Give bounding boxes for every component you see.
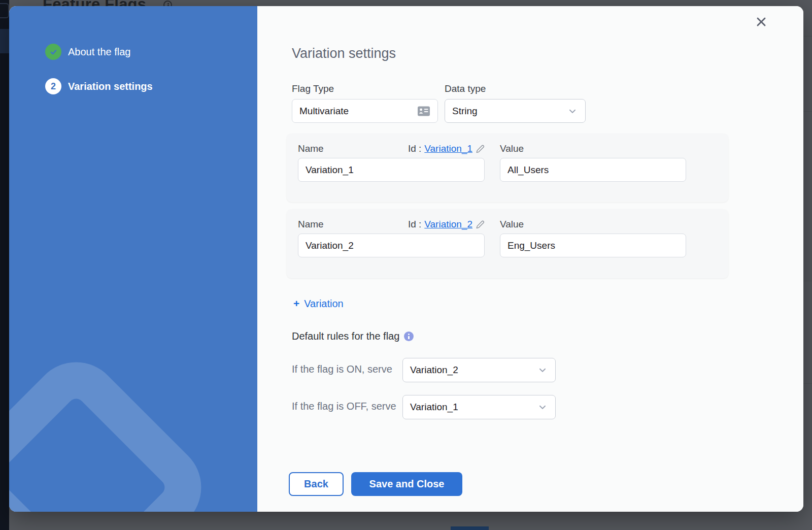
variation-name-input[interactable] xyxy=(298,234,485,257)
chevron-down-icon xyxy=(537,365,548,376)
check-icon xyxy=(49,48,58,56)
default-rules-label: Default rules for the flag xyxy=(292,330,399,342)
close-icon xyxy=(755,15,768,28)
data-type-label: Data type xyxy=(445,83,486,94)
wizard-sidebar: About the flag 2 Variation settings xyxy=(9,6,257,512)
edit-pencil-icon[interactable] xyxy=(476,144,485,153)
divider xyxy=(803,111,812,112)
variation-id: Id : Variation_1 xyxy=(408,143,485,154)
step-label: Variation settings xyxy=(68,78,153,94)
app-sidebar-dimmed xyxy=(0,0,9,530)
flag-type-field[interactable]: Multivariate xyxy=(292,99,438,123)
edit-pencil-icon[interactable] xyxy=(476,220,485,229)
step-complete-badge xyxy=(45,44,61,60)
variation-value-input[interactable] xyxy=(500,158,686,182)
save-and-close-button[interactable]: Save and Close xyxy=(351,472,462,496)
id-prefix: Id : xyxy=(408,143,421,154)
info-icon[interactable] xyxy=(404,332,414,341)
variation-settings-panel: Variation settings Flag Type Data type M… xyxy=(257,6,803,512)
default-rules-heading: Default rules for the flag xyxy=(292,330,414,342)
app-logo-outline xyxy=(0,3,9,18)
back-button[interactable]: Back xyxy=(289,472,344,496)
off-rule-select[interactable]: Variation_1 xyxy=(402,395,556,419)
data-type-select[interactable]: String xyxy=(445,99,586,123)
id-prefix: Id : xyxy=(408,219,421,230)
on-rule-label: If the flag is ON, serve xyxy=(292,362,399,376)
divider xyxy=(803,281,812,281)
on-rule-value: Variation_2 xyxy=(410,365,458,376)
id-card-icon xyxy=(417,106,430,117)
plus-icon: + xyxy=(293,297,299,310)
create-flag-modal: About the flag 2 Variation settings Vari… xyxy=(9,6,803,512)
variation-id-link[interactable]: Variation_2 xyxy=(424,219,472,230)
step-number-badge: 2 xyxy=(45,78,61,94)
panel-title: Variation settings xyxy=(292,46,396,61)
flag-type-label: Flag Type xyxy=(292,83,334,94)
variation-name-input[interactable] xyxy=(298,158,485,182)
step-label: About the flag xyxy=(68,44,130,60)
add-variation-label: Variation xyxy=(304,298,343,310)
variation-card: Name Id : Variation_1 Value xyxy=(287,134,728,202)
off-rule-value: Variation_1 xyxy=(410,402,458,413)
brand-watermark xyxy=(9,344,220,512)
dimmed-content-right xyxy=(803,0,812,530)
dimmed-content-bottom xyxy=(9,512,812,530)
data-type-value: String xyxy=(452,106,478,117)
step-variation-settings[interactable]: 2 Variation settings xyxy=(45,78,153,94)
divider xyxy=(803,36,812,37)
sidebar-selected-item xyxy=(0,29,9,53)
variation-card: Name Id : Variation_2 Value xyxy=(287,209,728,278)
variation-value-input[interactable] xyxy=(500,234,686,257)
flag-type-value: Multivariate xyxy=(299,106,349,117)
variation-id: Id : Variation_2 xyxy=(408,219,485,230)
value-label: Value xyxy=(500,143,524,154)
chevron-down-icon xyxy=(567,106,578,117)
close-button[interactable] xyxy=(754,14,769,29)
add-variation-button[interactable]: + Variation xyxy=(293,297,344,310)
step-about-the-flag[interactable]: About the flag xyxy=(45,44,130,60)
divider xyxy=(803,383,812,384)
value-label: Value xyxy=(500,219,524,230)
off-rule-label: If the flag is OFF, serve xyxy=(292,400,399,413)
chevron-down-icon xyxy=(537,402,548,413)
dimmed-button xyxy=(451,526,489,530)
name-label: Name xyxy=(298,219,324,230)
on-rule-select[interactable]: Variation_2 xyxy=(402,358,556,382)
variation-id-link[interactable]: Variation_1 xyxy=(424,143,472,154)
name-label: Name xyxy=(298,143,324,154)
